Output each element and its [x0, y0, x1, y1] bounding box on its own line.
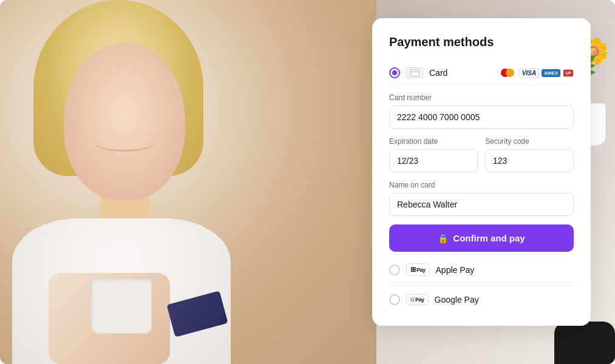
- payment-title: Payment methods: [389, 35, 574, 49]
- applepay-label: Apple Pay: [436, 265, 574, 275]
- card-radio[interactable]: [389, 67, 400, 78]
- name-label: Name on card: [389, 181, 574, 189]
- expiration-input[interactable]: [389, 149, 478, 172]
- googlepay-icon: G Pay: [406, 294, 429, 305]
- divider-1: [389, 254, 574, 255]
- applepay-icon: ⊞ Pay: [406, 263, 430, 276]
- lock-icon: 🔒: [438, 234, 448, 243]
- divider-2: [389, 285, 574, 286]
- unionpay-icon: UP: [563, 69, 574, 77]
- expiration-label: Expiration date: [389, 137, 478, 146]
- card-icons: VISA AMEX UP: [501, 67, 574, 78]
- googlepay-option[interactable]: G Pay Google Pay: [389, 288, 574, 311]
- name-group: Name on card: [389, 181, 574, 216]
- card-number-input[interactable]: [389, 106, 574, 129]
- card-type-icon: [406, 67, 423, 78]
- card-form: Card number Expiration date Security cod…: [389, 85, 574, 252]
- googlepay-radio[interactable]: [389, 294, 400, 305]
- card-label: Card: [429, 68, 495, 78]
- security-group: Security code: [485, 137, 574, 172]
- svg-rect-0: [410, 70, 420, 76]
- googlepay-label: Google Pay: [435, 295, 574, 305]
- security-input[interactable]: [485, 149, 574, 172]
- svg-rect-1: [410, 71, 420, 73]
- confirm-pay-label: Confirm and pay: [453, 233, 525, 243]
- expiry-security-row: Expiration date Security code: [389, 137, 574, 181]
- confirm-pay-button[interactable]: 🔒 Confirm and pay: [389, 224, 574, 252]
- card-option[interactable]: Card VISA AMEX UP: [389, 61, 574, 85]
- card-number-label: Card number: [389, 93, 574, 102]
- card-number-group: Card number: [389, 93, 574, 129]
- name-input[interactable]: [389, 193, 574, 216]
- person-bg: [0, 0, 376, 364]
- visa-icon: VISA: [519, 68, 539, 78]
- amex-icon: AMEX: [542, 69, 560, 77]
- security-label: Security code: [485, 137, 574, 146]
- applepay-option[interactable]: ⊞ Pay Apple Pay: [389, 257, 574, 283]
- expiration-group: Expiration date: [389, 137, 478, 172]
- payment-panel: Payment methods Card VISA AMEX UP Card n…: [372, 18, 591, 326]
- applepay-radio[interactable]: [389, 265, 400, 275]
